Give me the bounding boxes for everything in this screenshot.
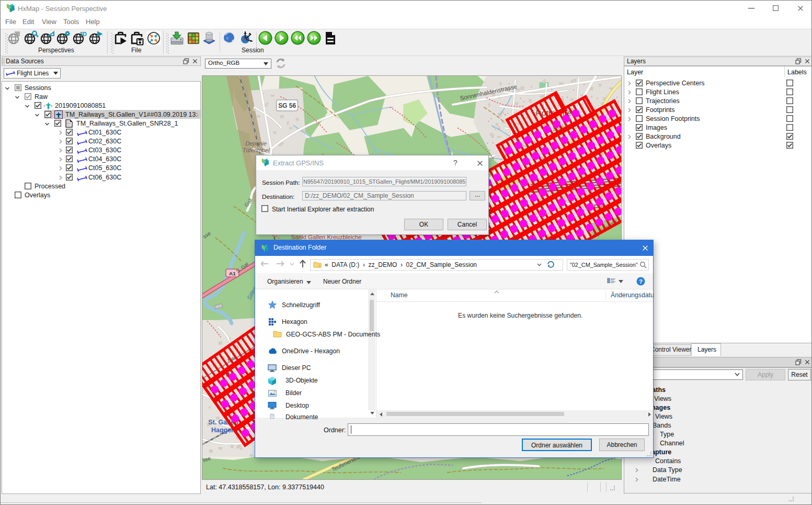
svg-text:?: ? (639, 278, 643, 285)
svg-text:SG 56: SG 56 (278, 102, 296, 109)
svg-text:Tüfentobel: Tüfentobel (243, 147, 270, 153)
svg-text:A1: A1 (229, 271, 236, 276)
svg-text:3D: 3D (80, 31, 87, 37)
svg-text:Deponie: Deponie (245, 140, 267, 147)
